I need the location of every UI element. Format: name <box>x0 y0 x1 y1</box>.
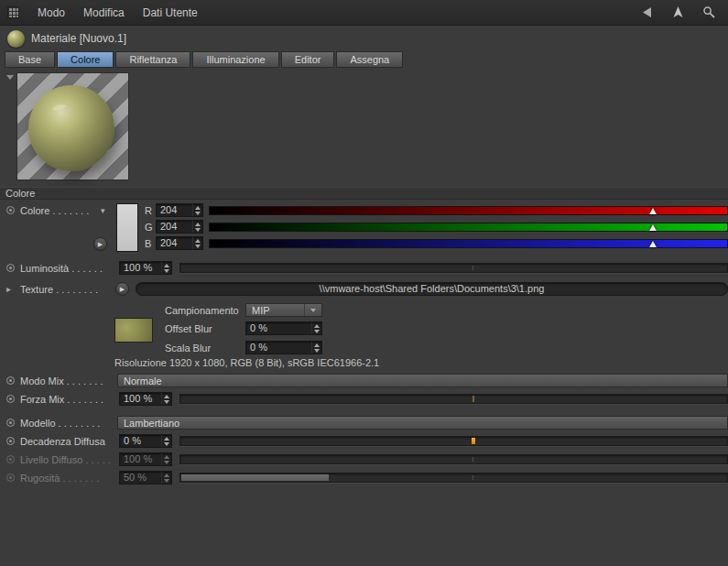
campionamento-dropdown[interactable]: MIP <box>245 303 322 317</box>
tab-illuminazione[interactable]: Illuminazione <box>192 51 278 68</box>
livello-diffuso-label: Livello Diffuso . . . . . <box>20 454 115 465</box>
spinner[interactable] <box>192 221 202 233</box>
drag-handle-icon[interactable] <box>7 6 19 18</box>
blue-slider-handle[interactable] <box>649 241 657 247</box>
forza-mix-slider[interactable] <box>179 394 728 404</box>
red-slider-handle[interactable] <box>649 208 657 214</box>
spinner-down-icon[interactable] <box>314 349 320 353</box>
spinner[interactable] <box>161 262 171 274</box>
spinner-down-icon[interactable] <box>164 400 169 404</box>
preview-expander-icon[interactable] <box>6 75 14 80</box>
texture-expander-icon[interactable]: ▸ <box>6 284 20 294</box>
row-modo-mix: Modo Mix . . . . . . . Normale <box>0 372 728 389</box>
offset-blur-input[interactable]: 0 % <box>245 321 322 335</box>
channel-b-label: B <box>145 238 156 249</box>
spinner[interactable] <box>192 204 202 216</box>
red-value-input[interactable]: 204 <box>156 203 203 217</box>
tab-colore[interactable]: Colore <box>57 51 114 68</box>
row-rugosita: Rugosità . . . . . . . 50 % <box>0 469 728 486</box>
modello-label: Modello . . . . . . . . <box>20 418 115 429</box>
spinner-down-icon[interactable] <box>195 212 201 215</box>
color-parameter-group: Colore . . . . . . . ▾ ▶ R 204 G 204 <box>0 202 728 255</box>
spinner-up-icon[interactable] <box>164 437 169 441</box>
spinner-up-icon[interactable] <box>195 239 201 243</box>
slider-center-tick <box>473 475 473 480</box>
blue-slider[interactable] <box>209 239 728 248</box>
channel-row-green: G 204 <box>145 219 728 234</box>
channel-g-label: G <box>145 222 156 233</box>
spinner-up-icon[interactable] <box>314 324 320 328</box>
animate-toggle-icon[interactable] <box>6 395 15 403</box>
animate-toggle-icon[interactable] <box>6 437 15 445</box>
spinner-down-icon[interactable] <box>195 245 201 248</box>
spinner-up-icon[interactable] <box>164 264 169 267</box>
rugosita-label: Rugosità . . . . . . . <box>20 473 115 484</box>
back-icon[interactable] <box>638 5 655 21</box>
spinner-up-icon[interactable] <box>195 206 201 210</box>
decadenza-diffusa-label: Decadenza Diffusa <box>20 436 115 447</box>
green-value-input[interactable]: 204 <box>156 220 203 234</box>
texture-path-field[interactable]: \\vmware-host\Shared Folders\Documents\3… <box>136 282 728 296</box>
cursor-icon[interactable] <box>669 5 686 21</box>
spinner[interactable] <box>311 342 321 354</box>
spinner-up-icon[interactable] <box>195 223 201 226</box>
menu-right-icons <box>638 5 721 21</box>
modo-mix-dropdown[interactable]: Normale <box>117 374 728 387</box>
spinner-down-icon <box>164 479 169 483</box>
row-forza-mix: Forza Mix . . . . . . . 100 % <box>0 390 728 408</box>
spinner[interactable] <box>161 435 171 447</box>
luminosita-input[interactable]: 100 % <box>119 261 172 275</box>
menu-modifica[interactable]: Modifica <box>74 0 134 26</box>
channel-row-blue: B 204 <box>145 235 728 251</box>
livello-diffuso-input: 100 % <box>119 452 172 466</box>
green-slider-handle[interactable] <box>649 224 657 231</box>
spinner-down-icon[interactable] <box>314 330 320 333</box>
tab-riflettanza[interactable]: Riflettanza <box>115 51 190 68</box>
green-slider[interactable] <box>209 223 728 232</box>
color-label: Colore . . . . . . . <box>20 205 97 216</box>
blue-value-input[interactable]: 204 <box>156 236 203 250</box>
decadenza-diffusa-input[interactable]: 0 % <box>119 434 172 448</box>
search-icon[interactable] <box>701 5 717 21</box>
tab-bar: Base Colore Riflettanza Illuminazione Ed… <box>5 51 728 69</box>
chevron-down-icon[interactable]: ▾ <box>101 206 112 215</box>
menu-dati-utente[interactable]: Dati Utente <box>134 0 207 26</box>
spinner-up-icon <box>164 455 169 459</box>
luminosita-slider[interactable] <box>179 263 728 273</box>
spinner-down-icon[interactable] <box>195 228 201 232</box>
spinner-up-icon[interactable] <box>164 395 169 398</box>
red-slider[interactable] <box>209 206 728 215</box>
rugosita-input: 50 % <box>119 471 172 484</box>
row-offset-blur: Offset Blur 0 % <box>0 320 728 337</box>
rugosita-slider <box>179 473 728 483</box>
dropdown-arrow-icon <box>304 304 316 316</box>
animate-toggle-icon[interactable] <box>6 419 15 427</box>
modo-mix-label: Modo Mix . . . . . . . <box>20 376 115 386</box>
animate-toggle-icon[interactable] <box>6 206 15 214</box>
texture-options-button[interactable]: ▶ <box>115 282 129 296</box>
tab-editor[interactable]: Editor <box>281 51 335 68</box>
modello-dropdown[interactable]: Lambertiano <box>117 416 728 430</box>
spinner-down-icon[interactable] <box>164 442 169 446</box>
row-livello-diffuso: Livello Diffuso . . . . . 100 % <box>0 451 728 468</box>
spinner[interactable] <box>161 393 171 405</box>
spinner[interactable] <box>192 237 202 249</box>
menu-modo[interactable]: Modo <box>28 0 74 26</box>
color-options-button[interactable]: ▶ <box>93 237 107 251</box>
spinner[interactable] <box>311 322 321 334</box>
tab-base[interactable]: Base <box>5 51 55 68</box>
material-preview[interactable] <box>16 72 129 180</box>
slider-marker <box>472 438 475 444</box>
spinner-up-icon[interactable] <box>314 343 320 347</box>
animate-toggle-icon[interactable] <box>6 376 15 385</box>
color-swatch[interactable] <box>116 203 138 252</box>
scala-blur-input[interactable]: 0 % <box>245 341 322 354</box>
animate-toggle-icon[interactable] <box>6 264 15 272</box>
tab-assegna[interactable]: Assegna <box>336 51 403 68</box>
decadenza-diffusa-slider[interactable] <box>179 436 728 446</box>
row-modello: Modello . . . . . . . . Lambertiano <box>0 414 728 431</box>
material-title: Materiale [Nuovo.1] <box>31 32 126 45</box>
material-editor-window: Modo Modifica Dati Utente Materiale [Nuo… <box>0 0 728 566</box>
spinner-down-icon[interactable] <box>164 269 169 273</box>
forza-mix-input[interactable]: 100 % <box>119 392 172 406</box>
